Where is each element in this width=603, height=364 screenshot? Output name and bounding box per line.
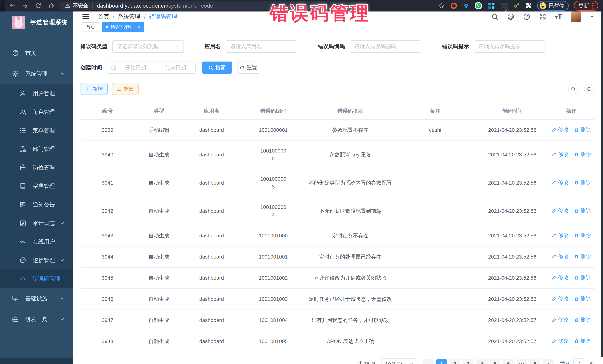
- edit-action[interactable]: 修改: [552, 179, 568, 187]
- sidebar-item-研发工具[interactable]: 研发工具: [0, 309, 73, 330]
- edit-action[interactable]: 修改: [552, 232, 568, 239]
- page-button-8[interactable]: 8: [530, 359, 540, 364]
- type-cell: 自动生成: [135, 310, 183, 331]
- delete-action[interactable]: 删除: [574, 295, 591, 303]
- sidebar-item-错误码管理[interactable]: 错误码管理: [0, 269, 73, 288]
- extension-grid-icon[interactable]: [487, 2, 495, 10]
- error-hint-input[interactable]: [474, 40, 545, 53]
- more-pages-button[interactable]: •••: [517, 359, 527, 364]
- help-icon[interactable]: [523, 13, 531, 20]
- fullscreen-icon[interactable]: [539, 13, 546, 20]
- actions-cell: 修改删除: [548, 267, 594, 288]
- extension-ring-icon[interactable]: [450, 2, 458, 10]
- extension-key-icon[interactable]: [513, 2, 520, 9]
- sidebar-collapse-bar[interactable]: [0, 358, 73, 364]
- browser-update-button[interactable]: 更新: [574, 1, 598, 11]
- sidebar-item-用户管理[interactable]: 用户管理: [0, 84, 73, 103]
- remark-cell: [394, 197, 476, 225]
- extensions-puzzle-icon[interactable]: [525, 2, 532, 9]
- browser-home-icon[interactable]: [48, 2, 55, 9]
- browser-scrollbar[interactable]: [601, 11, 603, 357]
- breadcrumb-system[interactable]: 系统管理: [118, 13, 140, 21]
- browser-forward-icon[interactable]: [22, 2, 29, 9]
- sidebar-item-菜单管理[interactable]: 菜单管理: [0, 121, 73, 140]
- logo-row[interactable]: 芋道管理系统: [0, 11, 73, 33]
- add-button[interactable]: 新增: [81, 83, 108, 95]
- chevron-down-icon: [59, 220, 65, 226]
- github-icon[interactable]: [507, 13, 514, 20]
- sidebar-item-角色管理[interactable]: 角色管理: [0, 103, 73, 121]
- goto-suffix: 页: [589, 361, 594, 364]
- profile-paused-badge[interactable]: 已暂停: [537, 1, 569, 11]
- error-code-input[interactable]: [350, 40, 421, 53]
- prev-page-button[interactable]: [423, 359, 433, 364]
- search-button[interactable]: 搜索: [202, 62, 232, 74]
- sidebar-item-短信管理[interactable]: 短信管理: [0, 251, 73, 269]
- sidebar-item-基础设施[interactable]: 基础设施: [0, 288, 73, 309]
- tab-首页[interactable]: 首页: [82, 22, 99, 32]
- edit-action[interactable]: 修改: [552, 316, 568, 324]
- start-date-placeholder[interactable]: 开始日期: [120, 64, 151, 71]
- edit-action[interactable]: 修改: [552, 274, 568, 282]
- search-icon[interactable]: [491, 13, 499, 20]
- end-date-placeholder[interactable]: 结束日期: [160, 64, 191, 71]
- browser-back-icon[interactable]: [9, 2, 16, 9]
- page-button-4[interactable]: 4: [476, 359, 487, 364]
- reset-button[interactable]: 重置: [237, 62, 259, 74]
- delete-action[interactable]: 删除: [574, 151, 591, 158]
- sidebar-item-岗位管理[interactable]: 岗位管理: [0, 158, 73, 177]
- delete-action[interactable]: 删除: [574, 179, 591, 187]
- extension-pin-icon[interactable]: [463, 3, 469, 9]
- app-name-input[interactable]: [226, 40, 297, 53]
- error-type-select[interactable]: 请选择错误码类型: [112, 40, 184, 53]
- extension-green-icon[interactable]: V: [475, 2, 482, 10]
- page-button-5[interactable]: 5: [490, 359, 500, 364]
- page-button-3[interactable]: 3: [463, 359, 474, 364]
- create-time-range-picker[interactable]: 开始日期 - 结束日期: [107, 62, 196, 74]
- goto-page-input[interactable]: [573, 358, 586, 364]
- page-size-select[interactable]: 10条/页: [382, 358, 417, 364]
- font-size-icon[interactable]: TT: [555, 13, 562, 20]
- toggle-search-button[interactable]: [568, 84, 579, 94]
- breadcrumb-home[interactable]: 首页: [98, 13, 109, 21]
- edit-action[interactable]: 修改: [552, 253, 568, 260]
- delete-action[interactable]: 删除: [574, 274, 591, 282]
- close-icon[interactable]: ×: [137, 25, 140, 30]
- edit-action[interactable]: 修改: [552, 126, 568, 134]
- delete-action[interactable]: 删除: [574, 337, 591, 345]
- refresh-button[interactable]: [584, 84, 594, 94]
- sidebar-item-部门管理[interactable]: 部门管理: [0, 140, 73, 158]
- delete-action[interactable]: 删除: [574, 126, 591, 134]
- export-button[interactable]: 导出: [112, 83, 139, 95]
- security-chip[interactable]: 不安全: [65, 2, 88, 9]
- table-row: 3939手动编辑dashboard1001000001参数配置不存在ceshi2…: [81, 120, 594, 141]
- edit-action[interactable]: 修改: [552, 151, 568, 158]
- extension-list-on-icon[interactable]: on: [500, 2, 508, 10]
- page-button-1[interactable]: 1: [436, 359, 447, 364]
- delete-action[interactable]: 删除: [574, 232, 591, 239]
- caret-down-icon[interactable]: [590, 14, 594, 19]
- page-button-6[interactable]: 6: [503, 359, 514, 364]
- delete-action[interactable]: 删除: [574, 207, 591, 215]
- sidebar-item-审计日志[interactable]: 审计日志: [0, 214, 73, 232]
- sidebar-item-在线用户[interactable]: 在线用户: [0, 232, 73, 251]
- sidebar-item-label: 研发工具: [25, 315, 47, 323]
- delete-action[interactable]: 删除: [574, 253, 591, 260]
- hint-cell: CRON 表达式不正确: [307, 331, 394, 352]
- edit-action[interactable]: 修改: [552, 337, 568, 345]
- bookmark-star-icon[interactable]: [438, 2, 445, 9]
- browser-reload-icon[interactable]: [35, 2, 42, 9]
- sidebar-item-通知公告[interactable]: 通知公告: [0, 195, 73, 214]
- tab-错误码管理[interactable]: 错误码管理×: [102, 22, 144, 32]
- edit-action[interactable]: 修改: [552, 207, 568, 215]
- browser-menu-icon[interactable]: [592, 3, 593, 9]
- sidebar-item-首页[interactable]: 首页: [0, 43, 73, 63]
- page-button-2[interactable]: 2: [450, 359, 460, 364]
- user-avatar[interactable]: [571, 11, 581, 22]
- next-page-button[interactable]: [543, 359, 554, 364]
- delete-action[interactable]: 删除: [574, 316, 591, 324]
- sidebar-item-字典管理[interactable]: 字典管理: [0, 177, 73, 195]
- hamburger-icon[interactable]: [82, 13, 90, 21]
- edit-action[interactable]: 修改: [552, 295, 568, 303]
- sidebar-item-系统管理[interactable]: 系统管理: [0, 63, 73, 84]
